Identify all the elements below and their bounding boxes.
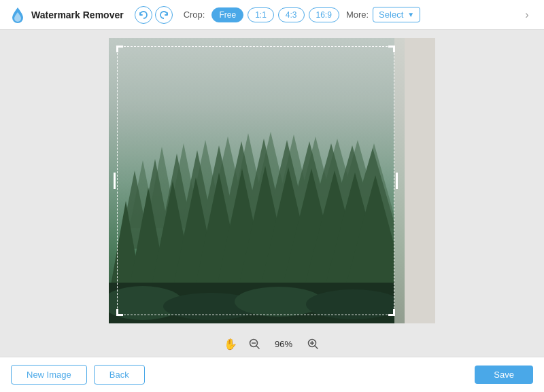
app-logo-icon: [8, 5, 27, 24]
app-logo: Watermark Remover: [8, 5, 124, 24]
hand-tool-icon[interactable]: ✋: [224, 338, 237, 351]
expand-button[interactable]: ›: [518, 6, 536, 24]
undo-button[interactable]: [135, 6, 152, 24]
svg-line-51: [315, 346, 318, 349]
select-label: Select: [379, 10, 403, 20]
crop-16-9-button[interactable]: 16:9: [309, 7, 339, 22]
svg-rect-44: [394, 38, 405, 323]
redo-button[interactable]: [155, 6, 173, 24]
image-container: [109, 38, 435, 323]
crop-4-3-button[interactable]: 4:3: [278, 7, 305, 22]
nav-buttons: [135, 6, 173, 24]
crop-free-button[interactable]: Free: [211, 7, 243, 22]
more-label: More:: [346, 10, 369, 20]
forest-image: [109, 38, 435, 323]
svg-point-42: [306, 289, 401, 319]
crop-1-1-button[interactable]: 1:1: [248, 7, 274, 22]
select-dropdown[interactable]: Select ▼: [373, 7, 420, 22]
undo-icon: [139, 10, 148, 20]
zoom-bar: ✋ 96%: [0, 331, 544, 357]
footer: New Image Back Save: [0, 357, 544, 392]
save-button[interactable]: Save: [475, 366, 533, 384]
crop-options: Free 1:1 4:3 16:9: [211, 7, 339, 22]
svg-line-47: [256, 346, 259, 349]
zoom-in-icon[interactable]: [305, 336, 320, 351]
new-image-button[interactable]: New Image: [11, 365, 87, 385]
redo-icon: [159, 10, 169, 20]
select-arrow-icon: ▼: [407, 11, 414, 18]
zoom-percent: 96%: [271, 339, 296, 349]
main-canvas-area: [0, 30, 544, 331]
footer-left: New Image Back: [11, 365, 145, 385]
zoom-out-icon[interactable]: [247, 336, 262, 351]
crop-label: Crop:: [184, 10, 205, 20]
app-title: Watermark Remover: [31, 10, 124, 20]
toolbar: Watermark Remover Crop: Free 1:1 4:3 16:…: [0, 0, 544, 30]
back-button[interactable]: Back: [94, 365, 145, 385]
